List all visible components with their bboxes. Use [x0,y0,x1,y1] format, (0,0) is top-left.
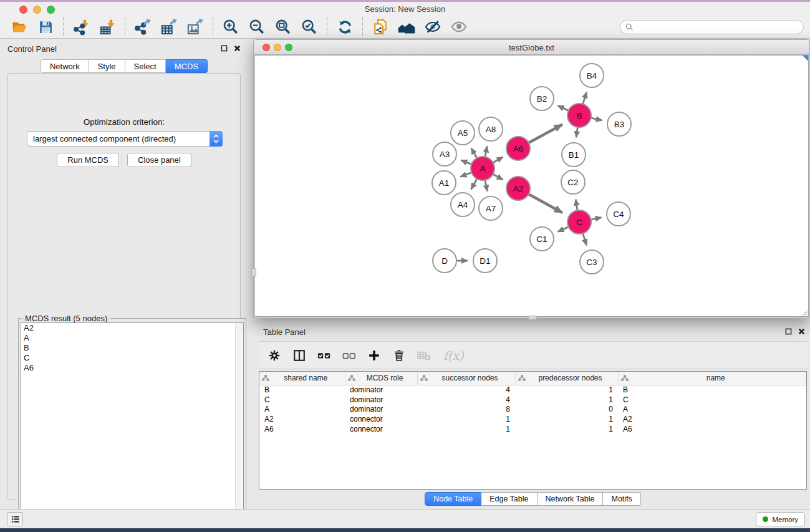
column-header-MCDS-role[interactable]: MCDS role [345,372,417,385]
tab-select[interactable]: Select [125,59,166,73]
graph-edge-C-C1[interactable] [558,226,569,231]
table-cell[interactable]: dominator [345,395,417,405]
delete-columns-button[interactable] [391,347,407,364]
create-column-button[interactable] [366,347,382,364]
search-input[interactable] [637,22,798,32]
tab-motifs[interactable]: Motifs [603,492,640,506]
hide-graphics-details-button[interactable] [420,17,446,37]
column-header-successor-nodes[interactable]: successor nodes [417,372,515,385]
export-table-button[interactable] [156,17,182,37]
graph-edge-C-C3[interactable] [582,233,586,245]
zoom-in-button[interactable] [218,17,244,37]
criterion-dropdown[interactable]: largest connected component (directed) [27,131,223,147]
column-header-shared-name[interactable]: shared name [259,372,345,385]
unselect-all-columns-button[interactable] [341,347,357,364]
search-field[interactable] [620,20,804,34]
run-mcds-button[interactable]: Run MCDS [57,153,119,167]
graph-edge-C-C4[interactable] [591,218,602,220]
save-session-button[interactable] [32,17,59,37]
mcds-result-item[interactable]: A6 [21,363,243,373]
table-cell[interactable]: dominator [345,405,417,415]
tab-mcds[interactable]: MCDS [166,59,208,73]
zoom-out-button[interactable] [244,17,270,37]
graph-edge-A-A7[interactable] [485,180,488,191]
tab-node-table[interactable]: Node Table [425,492,481,506]
column-header-name[interactable]: name [618,372,806,385]
graph-edge-A-A5[interactable] [471,148,478,158]
close-panel-icon[interactable] [234,45,241,52]
table-cell[interactable]: dominator [345,385,417,395]
network-canvas[interactable]: B4B2BB3A8A5A6A3B1AC2A1A2A4A7C4CC1C3DD1 [254,55,809,317]
refresh-button[interactable] [332,17,358,37]
table-cell[interactable]: A [259,405,345,415]
column-header-predecessor-nodes[interactable]: predecessor nodes [515,372,618,385]
graph-edge-B-B4[interactable] [582,92,586,105]
toggle-panel-columns-button[interactable] [291,347,307,364]
table-cell[interactable]: C [618,395,806,405]
open-session-button[interactable] [6,17,32,37]
table-cell[interactable]: A [618,405,806,415]
show-graphics-details-button[interactable] [446,17,472,37]
mcds-result-item[interactable]: A2 [21,323,243,333]
table-row[interactable]: Adominator80A [259,405,806,415]
close-panel-icon[interactable] [798,328,805,335]
table-cell[interactable]: connector [345,424,417,434]
table-settings-gear-button[interactable] [266,347,282,364]
table-cell[interactable]: 1 [515,385,618,395]
table-cell[interactable]: 1 [417,424,515,434]
network-window-titlebar[interactable]: testGlobe.txt [254,40,809,55]
table-cell[interactable]: 4 [417,395,515,405]
table-cell[interactable]: connector [345,414,417,424]
graph-edge-B-B1[interactable] [576,127,578,138]
select-all-columns-button[interactable] [316,347,332,364]
graph-edge-A-A2[interactable] [493,174,503,180]
table-cell[interactable]: 1 [515,424,618,434]
table-cell[interactable]: B [259,385,345,395]
table-cell[interactable]: A2 [259,414,345,424]
table-cell[interactable]: A6 [259,424,345,434]
table-cell[interactable]: A2 [618,414,806,424]
graph-edge-A-A1[interactable] [460,172,472,177]
tab-network[interactable]: Network [41,59,89,73]
graph-edge-B-B3[interactable] [591,118,602,120]
memory-button[interactable]: Memory [756,512,805,526]
table-row[interactable]: A2connector11A2 [259,414,806,424]
table-cell[interactable]: 8 [417,405,515,415]
graph-edge-A-A6[interactable] [493,157,503,163]
export-network-button[interactable] [130,17,156,37]
table-cell[interactable]: 0 [515,405,618,415]
table-cell[interactable]: 1 [417,414,515,424]
float-panel-icon[interactable] [785,328,792,335]
tab-style[interactable]: Style [89,59,125,73]
graph-edge-C-C2[interactable] [576,200,577,211]
table-cell[interactable]: A6 [618,424,806,434]
export-image-button[interactable] [182,17,208,37]
task-history-button[interactable] [7,512,23,526]
result-list-scrollbar[interactable] [235,323,243,527]
resize-grip-icon[interactable] [800,308,808,316]
tab-edge-table[interactable]: Edge Table [481,492,537,506]
mcds-result-item[interactable]: C [21,353,243,363]
mcds-result-item[interactable]: B [21,343,243,353]
splitter-handle-horizontal[interactable] [528,316,537,320]
zoom-fit-button[interactable] [270,17,296,37]
graph-edge-A6-B[interactable] [528,125,562,143]
table-row[interactable]: Bdominator41B [259,385,806,395]
tab-network-table[interactable]: Network Table [538,492,604,506]
import-table-button[interactable] [94,17,120,37]
mcds-result-item[interactable]: A [21,333,243,343]
table-cell[interactable]: B [618,385,806,395]
table-row[interactable]: Cdominator41C [259,395,806,405]
table-cell[interactable]: 4 [417,385,515,395]
splitter-handle-vertical[interactable] [251,268,256,277]
table-cell[interactable]: 1 [515,414,618,424]
graph-edge-A2-C[interactable] [528,194,562,213]
import-network-button[interactable] [68,17,94,37]
graph-edge-A-A4[interactable] [471,178,478,190]
birds-eye-toggle-icon[interactable] [803,56,808,61]
duplicate-network-button[interactable] [367,17,393,37]
home-view-button[interactable] [393,17,420,37]
graph-edge-B-B2[interactable] [558,106,569,111]
close-panel-button[interactable]: Close panel [127,153,191,167]
graph-edge-A-A8[interactable] [485,146,488,157]
